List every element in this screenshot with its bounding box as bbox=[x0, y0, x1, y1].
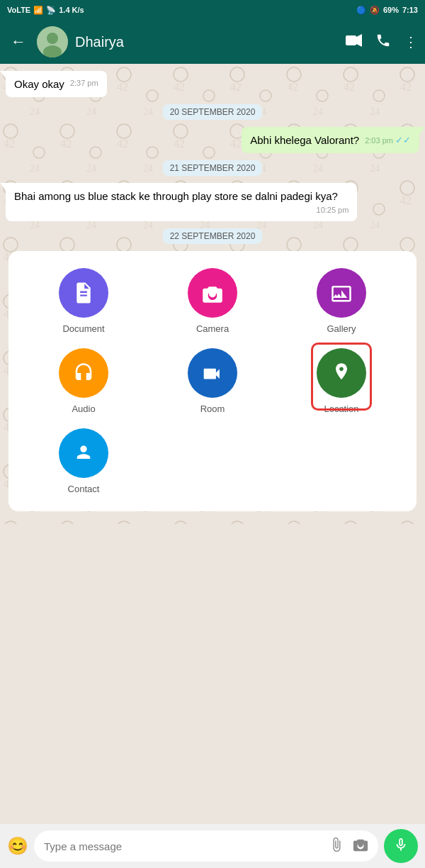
location-label: Location bbox=[324, 404, 358, 414]
date-label: 21 SEPTEMBER 2020 bbox=[163, 160, 263, 176]
paperclip-icon[interactable] bbox=[329, 837, 344, 856]
attach-camera[interactable]: Camera bbox=[152, 268, 273, 334]
chat-header: ← Dhairya ⋮ bbox=[0, 20, 425, 64]
document-icon-circle bbox=[59, 268, 108, 318]
message-bubble-received: Okay okay 2:37 pm bbox=[6, 71, 107, 97]
message-time: 10:25 pm bbox=[317, 205, 349, 216]
gallery-label: Gallery bbox=[327, 323, 356, 334]
location-icon-circle bbox=[317, 348, 366, 398]
date-separator: 22 SEPTEMBER 2020 bbox=[6, 228, 419, 244]
attach-contact[interactable]: Contact bbox=[23, 428, 144, 494]
header-actions: ⋮ bbox=[346, 33, 418, 52]
room-icon-circle bbox=[188, 348, 237, 398]
message-row: Okay okay 2:37 pm bbox=[6, 71, 419, 97]
svg-point-1 bbox=[47, 33, 58, 44]
date-label: 20 SEPTEMBER 2020 bbox=[163, 104, 263, 120]
message-bubble-received: Bhai among us blue stack ke through play… bbox=[6, 183, 357, 221]
message-time: 2:03 pm ✓✓ bbox=[365, 134, 411, 147]
message-input-wrap bbox=[34, 830, 378, 862]
room-label: Room bbox=[200, 404, 225, 414]
message-row: Bhai among us blue stack ke through play… bbox=[6, 183, 419, 221]
message-bubble-sent: Abhi khelega Valorant? 2:03 pm ✓✓ bbox=[242, 127, 419, 153]
contact-label: Contact bbox=[68, 484, 100, 494]
audio-icon-circle bbox=[59, 348, 108, 398]
speed-label: 1.4 K/s bbox=[59, 6, 84, 14]
camera-label: Camera bbox=[196, 323, 229, 334]
attach-audio[interactable]: Audio bbox=[23, 348, 144, 414]
attach-room[interactable]: Room bbox=[152, 348, 273, 414]
video-call-icon[interactable] bbox=[346, 34, 363, 50]
message-row: Abhi khelega Valorant? 2:03 pm ✓✓ bbox=[6, 127, 419, 153]
message-text: Okay okay bbox=[14, 78, 64, 90]
date-separator: 20 SEPTEMBER 2020 bbox=[6, 104, 419, 120]
mute-icon: 🔕 bbox=[370, 6, 380, 15]
svg-rect-3 bbox=[346, 35, 356, 45]
more-options-icon[interactable]: ⋮ bbox=[404, 33, 418, 50]
message-input-bar: 😊 bbox=[0, 824, 425, 868]
status-bar: VoLTE 📶 📡 1.4 K/s 🔵 🔕 69% 7:13 bbox=[0, 0, 425, 20]
message-text: Abhi khelega Valorant? bbox=[250, 134, 359, 146]
attachment-grid: Document Camera Gallery bbox=[23, 268, 402, 494]
message-time: 2:37 pm bbox=[70, 78, 98, 89]
phone-call-icon[interactable] bbox=[375, 33, 391, 52]
chat-area: Okay okay 2:37 pm 20 SEPTEMBER 2020 Abhi… bbox=[0, 64, 425, 524]
message-text: Bhai among us blue stack ke through play… bbox=[14, 190, 338, 202]
contact-name: Dhairya bbox=[75, 34, 339, 50]
status-right: 🔵 🔕 69% 7:13 bbox=[356, 6, 418, 15]
wifi-icon: 📡 bbox=[46, 6, 56, 15]
attachment-panel: Document Camera Gallery bbox=[8, 251, 416, 511]
message-input[interactable] bbox=[44, 840, 322, 852]
camera-bottom-icon[interactable] bbox=[353, 837, 368, 856]
bluetooth-icon: 🔵 bbox=[356, 6, 366, 15]
attach-gallery[interactable]: Gallery bbox=[280, 268, 402, 334]
back-button[interactable]: ← bbox=[7, 29, 30, 55]
date-label: 22 SEPTEMBER 2020 bbox=[163, 228, 263, 244]
status-left: VoLTE 📶 📡 1.4 K/s bbox=[7, 6, 84, 15]
audio-label: Audio bbox=[72, 404, 95, 414]
document-label: Document bbox=[62, 323, 104, 334]
contact-avatar[interactable] bbox=[37, 26, 68, 57]
date-separator: 21 SEPTEMBER 2020 bbox=[6, 160, 419, 176]
emoji-button[interactable]: 😊 bbox=[7, 836, 28, 856]
svg-marker-4 bbox=[356, 34, 362, 47]
mic-button[interactable] bbox=[384, 829, 418, 863]
time-label: 7:13 bbox=[402, 6, 418, 14]
camera-icon-circle bbox=[188, 268, 237, 318]
tick-icon: ✓✓ bbox=[395, 135, 411, 145]
signal-icon: 📶 bbox=[33, 6, 43, 15]
attach-location[interactable]: Location bbox=[280, 348, 402, 414]
gallery-icon-circle bbox=[317, 268, 366, 318]
attach-document[interactable]: Document bbox=[23, 268, 144, 334]
attach-icons bbox=[329, 837, 368, 856]
battery-label: 69% bbox=[383, 6, 399, 14]
carrier-label: VoLTE bbox=[7, 6, 30, 14]
contact-icon-circle bbox=[59, 428, 108, 478]
